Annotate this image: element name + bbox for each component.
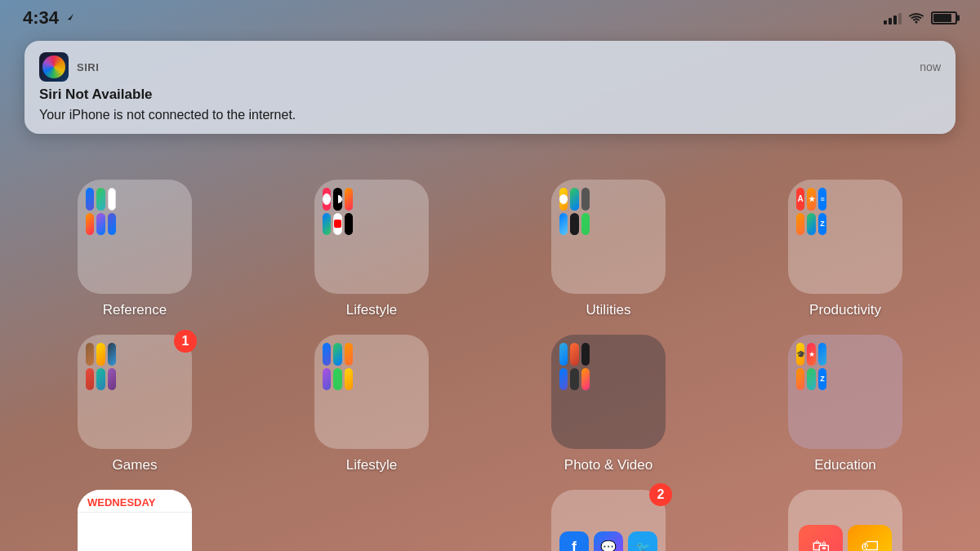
svg-point-1 [915, 21, 918, 24]
folder-app [345, 368, 353, 391]
folder-app [96, 213, 105, 236]
games-badge: 1 [174, 330, 197, 353]
folder-lifestyle-2-label: Lifestyle [346, 457, 397, 473]
folder-social[interactable]: 2 f 💬 🐦 [539, 490, 678, 551]
folder-utilities-icon [551, 180, 666, 294]
folder-app: Z [818, 368, 826, 391]
folder-app: A [796, 188, 804, 211]
folder-app [807, 213, 815, 236]
folder-utilities[interactable]: Utilities [539, 180, 678, 318]
folder-app [559, 188, 568, 211]
folder-shopping[interactable]: 🛍 🏷 [776, 490, 915, 551]
calendar-header: WEDNESDAY [78, 490, 192, 513]
folder-reference-apps [86, 188, 116, 235]
folder-app [570, 188, 578, 211]
folder-lifestyle-2-icon [314, 335, 429, 449]
folder-app [108, 213, 116, 236]
folder-lifestyle-1[interactable]: Lifestyle [302, 180, 441, 318]
folder-app [581, 343, 590, 366]
folder-app [86, 213, 94, 236]
folder-productivity[interactable]: A ★ ≡ Z Produ [776, 180, 915, 318]
twitter-app-icon: 🐦 [628, 531, 657, 551]
siri-icon [39, 52, 69, 82]
status-time: 4:34 [23, 7, 75, 29]
folder-app [333, 188, 341, 211]
folder-social-icon: 2 f 💬 🐦 [551, 490, 666, 551]
location-arrow-icon [64, 12, 75, 24]
folder-productivity-apps: A ★ ≡ Z [796, 188, 826, 235]
status-bar: 4:34 [0, 0, 980, 36]
folder-app [86, 343, 94, 366]
folder-games-label: Games [113, 457, 158, 473]
messenger-app-icon: 💬 [594, 531, 623, 551]
facebook-app-icon: f [559, 531, 589, 551]
notification-app-name: SIRI [77, 61, 99, 73]
folder-app [570, 213, 578, 236]
shop-app1-icon: 🛍 [799, 525, 843, 551]
folder-reference-label: Reference [103, 302, 167, 318]
notification-body: Your iPhone is not connected to the inte… [39, 108, 941, 122]
folder-productivity-icon: A ★ ≡ Z [788, 180, 902, 294]
folder-app [96, 188, 105, 211]
folder-education[interactable]: 🎓 ★ Z Education [776, 335, 915, 473]
folder-games-apps [86, 343, 116, 390]
app-grid: Reference [0, 180, 980, 551]
folder-app: ★ [807, 188, 815, 211]
folder-education-apps: 🎓 ★ Z [796, 343, 826, 390]
notification-title: Siri Not Available [39, 87, 941, 103]
notification-header: SIRI now [39, 52, 941, 82]
folder-app [796, 213, 804, 236]
folder-app [818, 343, 826, 366]
folder-app [559, 213, 568, 236]
app-row-2: 1 Games [16, 335, 964, 473]
folder-app [570, 343, 578, 366]
folder-app [559, 343, 568, 366]
folder-app [323, 188, 331, 211]
folder-education-label: Education [814, 457, 876, 473]
folder-app [333, 368, 341, 391]
folder-app [345, 188, 353, 211]
phone-screen: 4:34 [0, 0, 980, 551]
app-row-3: WEDNESDAY 2 f 💬 🐦 🛍 🏷 [16, 490, 964, 551]
folder-games[interactable]: 1 Games [65, 335, 204, 473]
folder-app [559, 368, 568, 391]
folder-reference[interactable]: Reference [65, 180, 204, 318]
status-icons [884, 11, 957, 24]
calendar-widget: WEDNESDAY [78, 490, 192, 551]
folder-lifestyle-1-apps [323, 188, 353, 235]
shop-app2-icon: 🏷 [848, 525, 892, 551]
folder-app [581, 213, 590, 236]
notification-banner[interactable]: SIRI now Siri Not Available Your iPhone … [24, 41, 956, 134]
folder-app [108, 188, 116, 211]
folder-reference-icon [78, 180, 192, 294]
folder-app: ≡ [818, 188, 826, 211]
wifi-icon [908, 12, 924, 24]
folder-app [796, 368, 804, 391]
folder-productivity-label: Productivity [809, 302, 881, 318]
notification-timestamp: now [920, 60, 941, 73]
folder-education-icon: 🎓 ★ Z [788, 335, 902, 449]
svg-marker-0 [65, 14, 74, 22]
folder-app [333, 213, 341, 236]
folder-photo-video[interactable]: Photo & Video [539, 335, 678, 473]
folder-lifestyle-1-label: Lifestyle [346, 302, 397, 318]
folder-app [581, 188, 590, 211]
folder-lifestyle-2-apps [323, 343, 353, 390]
folder-photo-video-icon [551, 335, 666, 449]
folder-app [323, 343, 331, 366]
folder-utilities-apps [559, 188, 590, 235]
folder-app [323, 368, 331, 391]
calendar-widget-container[interactable]: WEDNESDAY [65, 490, 204, 551]
folder-lifestyle-1-icon [314, 180, 429, 294]
folder-utilities-label: Utilities [586, 302, 631, 318]
folder-photo-video-label: Photo & Video [564, 457, 653, 473]
folder-lifestyle-2[interactable]: Lifestyle [302, 335, 441, 473]
folder-app [333, 343, 341, 366]
folder-app [96, 343, 105, 366]
signal-strength-icon [884, 11, 902, 24]
folder-app [108, 343, 116, 366]
folder-app [581, 368, 590, 391]
notification-app-info: SIRI [39, 52, 99, 82]
battery-icon [931, 11, 957, 24]
folder-app: 🎓 [796, 343, 804, 366]
